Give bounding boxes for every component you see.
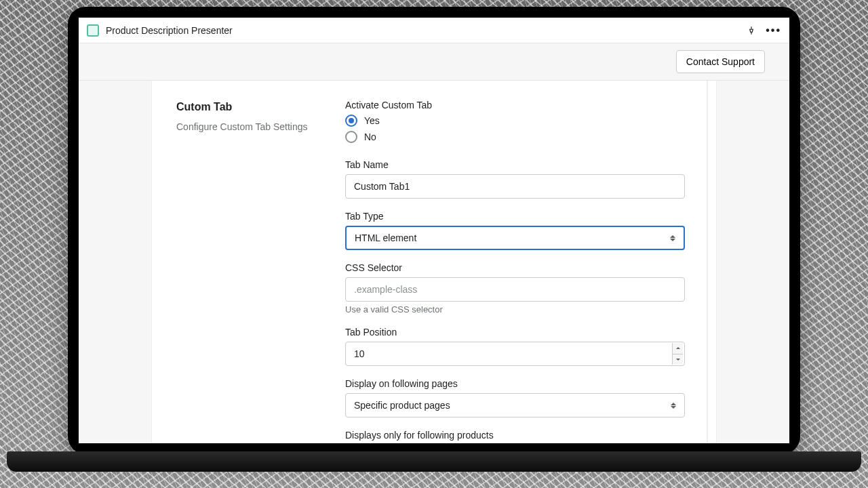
more-icon[interactable]: ••• (763, 24, 781, 37)
number-stepper[interactable] (672, 343, 683, 365)
display-pages-value: Specific product pages (354, 400, 450, 411)
tab-type-field: Tab Type HTML element (345, 211, 685, 250)
display-products-field: Displays only for following products Sal… (345, 430, 685, 443)
app-title-bar: Product Description Presenter ••• (79, 18, 789, 43)
step-down-icon[interactable] (673, 354, 683, 365)
right-gutter (707, 81, 717, 443)
app-window: Product Description Presenter ••• Contac… (79, 18, 789, 443)
css-selector-label: CSS Selector (345, 262, 685, 273)
section-title: Cutom Tab (176, 101, 318, 113)
tab-name-label: Tab Name (345, 159, 685, 170)
css-selector-input[interactable]: .example-class (345, 277, 685, 302)
tab-type-select[interactable]: HTML element (345, 226, 685, 250)
radio-icon (345, 115, 357, 127)
app-title: Product Description Presenter (106, 25, 740, 36)
app-logo-icon (87, 24, 99, 37)
radio-icon (345, 131, 357, 143)
section-subtitle: Configure Custom Tab Settings (176, 121, 318, 132)
css-selector-help: Use a valid CSS selector (345, 304, 685, 314)
step-up-icon[interactable] (673, 343, 683, 354)
contact-support-button[interactable]: Contact Support (676, 50, 765, 73)
css-selector-placeholder: .example-class (354, 284, 417, 295)
tab-name-input[interactable]: Custom Tab1 (345, 174, 685, 199)
radio-yes[interactable]: Yes (345, 115, 685, 127)
radio-yes-label: Yes (364, 115, 380, 126)
tab-name-value: Custom Tab1 (354, 181, 410, 192)
display-pages-label: Display on following pages (345, 378, 685, 389)
chevron-updown-icon (670, 235, 675, 241)
section-descriptor: Cutom Tab Configure Custom Tab Settings (152, 81, 332, 443)
display-pages-select[interactable]: Specific product pages (345, 393, 685, 418)
radio-no[interactable]: No (345, 131, 685, 143)
ambient-background: Product Description Presenter ••• Contac… (0, 0, 868, 488)
tab-type-value: HTML element (355, 232, 416, 243)
tab-type-label: Tab Type (345, 211, 685, 222)
pin-icon[interactable] (747, 26, 756, 35)
radio-no-label: No (364, 131, 376, 142)
workspace: Cutom Tab Configure Custom Tab Settings … (79, 81, 789, 443)
chevron-updown-icon (671, 403, 676, 409)
css-selector-field: CSS Selector .example-class Use a valid … (345, 262, 685, 314)
activate-label: Activate Custom Tab (345, 100, 685, 110)
activate-field: Activate Custom Tab Yes No (345, 100, 685, 147)
display-products-label: Displays only for following products (345, 430, 685, 441)
settings-card: Cutom Tab Configure Custom Tab Settings … (151, 81, 707, 443)
tab-name-field: Tab Name Custom Tab1 (345, 159, 685, 199)
header-strip: Contact Support (79, 43, 789, 81)
tab-position-field: Tab Position 10 (345, 327, 685, 366)
form-column: Activate Custom Tab Yes No Tab Na (332, 81, 707, 443)
display-pages-field: Display on following pages Specific prod… (345, 378, 685, 418)
tab-position-value: 10 (354, 348, 365, 359)
laptop-frame: Product Description Presenter ••• Contac… (68, 7, 800, 454)
tab-position-input[interactable]: 10 (345, 342, 685, 366)
tab-position-label: Tab Position (345, 327, 685, 338)
